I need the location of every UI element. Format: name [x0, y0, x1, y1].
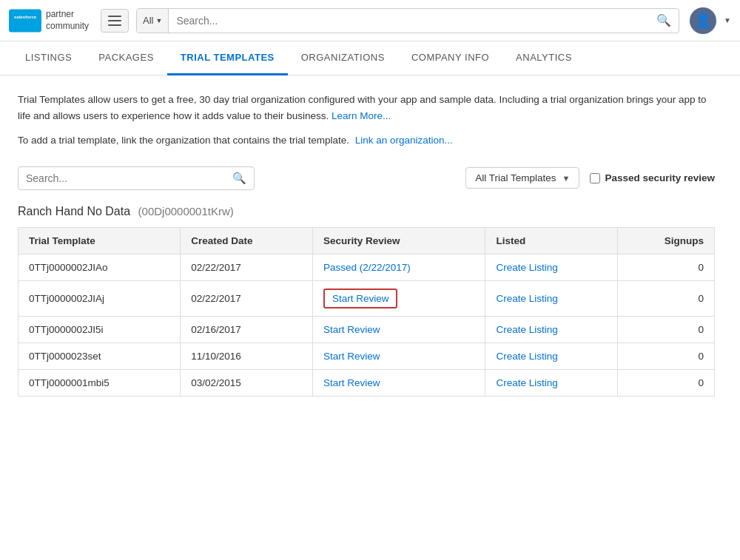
- signups-cell: 0: [618, 254, 715, 280]
- security-review-checkbox[interactable]: [590, 173, 600, 183]
- group-name: Ranch Hand No Data: [18, 205, 130, 217]
- top-nav: salesforce partner community All ▼ 🔍 👤 ▼: [0, 0, 740, 41]
- start-review-link-highlighted[interactable]: Start Review: [332, 293, 389, 304]
- dropdown-label: All Trial Templates: [475, 172, 556, 183]
- top-search-area: All ▼ 🔍: [136, 8, 679, 33]
- trial-template-cell: 0TTj0000002JIAj: [18, 280, 181, 316]
- security-review-cell: Start Review: [312, 316, 485, 343]
- main-content: Trial Templates allow users to get a fre…: [0, 75, 733, 413]
- learn-more-link[interactable]: Learn More...: [332, 110, 391, 121]
- search-scope-selector[interactable]: All ▼: [137, 9, 169, 33]
- description-para1: Trial Templates allow users to get a fre…: [18, 92, 715, 125]
- group-org-id: (00Dj0000001tKrw): [138, 205, 234, 217]
- search-input[interactable]: [26, 172, 232, 184]
- user-chevron-icon[interactable]: ▼: [724, 16, 731, 24]
- partner-text: partner community: [46, 9, 89, 32]
- svg-rect-0: [9, 9, 41, 32]
- start-review-link[interactable]: Start Review: [323, 324, 380, 335]
- created-date-cell: 02/22/2017: [181, 254, 313, 280]
- signups-cell: 0: [618, 369, 715, 396]
- svg-text:salesforce: salesforce: [14, 13, 37, 18]
- table-body: 0TTj0000002JIAo02/22/2017Passed (2/22/20…: [18, 254, 715, 396]
- filter-right: All Trial Templates ▼ Passed security re…: [465, 167, 715, 189]
- hamburger-line: [108, 16, 121, 17]
- created-date-cell: 02/22/2017: [181, 280, 313, 316]
- signups-cell: 0: [618, 343, 715, 369]
- create-listing-link[interactable]: Create Listing: [496, 262, 557, 273]
- search-box: 🔍: [18, 166, 255, 190]
- signups-cell: 0: [618, 316, 715, 343]
- tab-analytics[interactable]: ANALYTICS: [502, 41, 585, 75]
- tab-listings[interactable]: LISTINGS: [12, 41, 85, 75]
- security-review-label[interactable]: Passed security review: [605, 172, 715, 183]
- trial-template-cell: 0TTj0000023set: [18, 343, 181, 369]
- user-avatar[interactable]: 👤: [690, 7, 716, 34]
- filter-bar: 🔍 All Trial Templates ▼ Passed security …: [18, 166, 715, 190]
- trial-template-cell: 0TTj0000002JIAo: [18, 254, 181, 280]
- tab-trial-templates[interactable]: TRIAL TEMPLATES: [167, 41, 288, 75]
- listed-cell: Create Listing: [485, 280, 618, 316]
- listed-cell: Create Listing: [485, 254, 618, 280]
- security-review-filter: Passed security review: [590, 172, 715, 183]
- col-security-review: Security Review: [312, 227, 485, 254]
- scope-chevron-icon: ▼: [155, 17, 162, 24]
- hamburger-line: [108, 24, 121, 26]
- group-heading: Ranch Hand No Data (00Dj0000001tKrw): [18, 205, 715, 218]
- create-listing-link[interactable]: Create Listing: [496, 293, 557, 304]
- tab-company-info[interactable]: COMPANY INFO: [398, 41, 502, 75]
- security-review-passed-link[interactable]: Passed (2/22/2017): [323, 262, 411, 273]
- col-trial-template: Trial Template: [18, 227, 181, 254]
- listed-cell: Create Listing: [485, 316, 618, 343]
- create-listing-link[interactable]: Create Listing: [496, 351, 557, 362]
- description-para2: To add a trial template, link the organi…: [18, 132, 715, 149]
- create-listing-link[interactable]: Create Listing: [496, 377, 557, 388]
- user-icon: 👤: [695, 13, 711, 29]
- start-review-link[interactable]: Start Review: [323, 351, 380, 362]
- trial-template-cell: 0TTj0000001mbi5: [18, 369, 181, 396]
- created-date-cell: 03/02/2015: [181, 369, 313, 396]
- table-header: Trial Template Created Date Security Rev…: [18, 227, 715, 254]
- table-row: 0TTj0000001mbi503/02/2015Start ReviewCre…: [18, 369, 715, 396]
- start-review-link[interactable]: Start Review: [323, 377, 380, 388]
- salesforce-logo: salesforce: [9, 9, 41, 33]
- signups-cell: 0: [618, 280, 715, 316]
- all-trial-templates-dropdown[interactable]: All Trial Templates ▼: [465, 167, 579, 189]
- search-icon[interactable]: 🔍: [232, 172, 246, 185]
- link-org-link[interactable]: Link an organization...: [355, 135, 453, 146]
- created-date-cell: 02/16/2017: [181, 316, 313, 343]
- security-review-cell: Start Review: [312, 369, 485, 396]
- col-signups: Signups: [618, 227, 715, 254]
- search-scope-label: All: [143, 15, 153, 26]
- listed-cell: Create Listing: [485, 369, 618, 396]
- table-row: 0TTj0000002JIAo02/22/2017Passed (2/22/20…: [18, 254, 715, 280]
- table-row: 0TTj0000002JI5i02/16/2017Start ReviewCre…: [18, 316, 715, 343]
- tab-organizations[interactable]: ORGANIZATIONS: [288, 41, 398, 75]
- create-listing-link[interactable]: Create Listing: [496, 324, 557, 335]
- hamburger-button[interactable]: [101, 9, 129, 33]
- table-row: 0TTj0000002JIAj02/22/2017Start ReviewCre…: [18, 280, 715, 316]
- table-header-row: Trial Template Created Date Security Rev…: [18, 227, 715, 254]
- trial-templates-table: Trial Template Created Date Security Rev…: [18, 227, 715, 397]
- table-row: 0TTj0000023set11/10/2016Start ReviewCrea…: [18, 343, 715, 369]
- description-para2-text: To add a trial template, link the organi…: [18, 135, 349, 146]
- security-review-cell: Start Review: [312, 343, 485, 369]
- security-review-cell: Start Review: [312, 280, 485, 316]
- trial-template-cell: 0TTj0000002JI5i: [18, 316, 181, 343]
- tab-packages[interactable]: PACKAGES: [85, 41, 167, 75]
- col-listed: Listed: [485, 227, 618, 254]
- top-search-input[interactable]: [169, 15, 649, 27]
- logo-area: salesforce partner community: [9, 9, 89, 33]
- created-date-cell: 11/10/2016: [181, 343, 313, 369]
- col-created-date: Created Date: [181, 227, 313, 254]
- listed-cell: Create Listing: [485, 343, 618, 369]
- security-review-cell: Passed (2/22/2017): [312, 254, 485, 280]
- dropdown-chevron-icon: ▼: [562, 174, 571, 183]
- top-search-icon[interactable]: 🔍: [649, 13, 679, 27]
- secondary-nav: LISTINGS PACKAGES TRIAL TEMPLATES ORGANI…: [0, 41, 740, 75]
- hamburger-line: [108, 20, 121, 21]
